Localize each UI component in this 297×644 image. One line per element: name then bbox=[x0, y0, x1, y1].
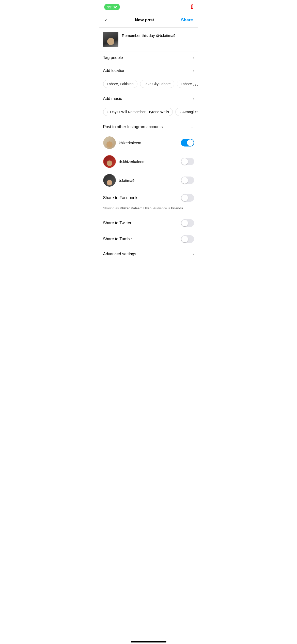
share-twitter-label: Share to Twitter bbox=[103, 221, 132, 225]
toggle-knob bbox=[181, 177, 188, 184]
music-note-icon: ♪ bbox=[179, 110, 181, 114]
status-time: 12:02 bbox=[104, 4, 120, 10]
avatar bbox=[103, 32, 118, 47]
toggle-bfatima9[interactable] bbox=[181, 177, 194, 184]
share-button[interactable]: Share bbox=[181, 18, 193, 23]
toggle-knob bbox=[181, 220, 188, 226]
share-twitter-row: Share to Twitter bbox=[99, 215, 198, 231]
post-preview: Remember this day @b.fatima9 bbox=[99, 28, 198, 51]
post-to-accounts-header[interactable]: Post to other Instagram accounts ⌄ bbox=[99, 120, 198, 133]
avatar-bfatima9 bbox=[103, 174, 116, 187]
share-facebook-section: Share to Facebook Sharing as Khizer Kale… bbox=[99, 190, 198, 215]
music-chip-label-2: Atrangi Ya... bbox=[182, 110, 198, 114]
toggle-khizerkaleem[interactable] bbox=[181, 139, 194, 147]
chevron-down-icon: ⌄ bbox=[191, 124, 194, 129]
add-location-label: Add location bbox=[103, 68, 126, 73]
music-section: Add music › ♪ Days I Will Remember · Tyr… bbox=[99, 92, 198, 120]
home-bar bbox=[131, 641, 166, 642]
advanced-settings-label: Advanced settings bbox=[103, 252, 136, 256]
chevron-right-icon: › bbox=[193, 55, 194, 60]
sharing-note: Sharing as Khizer Kaleem Ullah. Audience… bbox=[99, 206, 198, 215]
advanced-settings-row[interactable]: Advanced settings › bbox=[99, 247, 198, 261]
account-row-drkhizerkaleem: dr.khizerkaleem bbox=[99, 152, 198, 171]
chevron-right-icon: › bbox=[193, 68, 194, 73]
toggle-facebook[interactable] bbox=[181, 194, 194, 202]
chevron-right-icon: › bbox=[193, 252, 194, 256]
account-name-2: dr.khizerkaleem bbox=[119, 159, 146, 164]
toggle-knob bbox=[181, 158, 188, 165]
share-twitter-section: Share to Twitter bbox=[99, 215, 198, 231]
location-chip-2[interactable]: Lake City Lahore bbox=[140, 80, 175, 88]
avatar-drkhizerkaleem bbox=[103, 155, 116, 168]
share-tumblr-section: Share to Tumblr bbox=[99, 231, 198, 247]
account-name-1: khizerkaleem bbox=[119, 141, 141, 145]
toggle-knob bbox=[181, 236, 188, 242]
location-chips: Lahore, Pakistan Lake City Lahore Lahore… bbox=[99, 77, 198, 92]
back-button[interactable]: ‹ bbox=[104, 16, 108, 24]
status-bar: 12:02 bbox=[99, 0, 198, 13]
sharing-note-suffix: . bbox=[183, 206, 184, 210]
music-chip-1[interactable]: ♪ Days I Will Remember · Tyrone Wells bbox=[103, 108, 173, 116]
toggle-tumblr[interactable] bbox=[181, 235, 194, 243]
share-tumblr-label: Share to Tumblr bbox=[103, 237, 132, 241]
home-indicator bbox=[99, 639, 198, 644]
post-caption: Remember this day @b.fatima9 bbox=[122, 32, 176, 38]
toggle-knob bbox=[187, 139, 194, 146]
toggle-knob bbox=[181, 195, 188, 201]
sharing-note-prefix: Sharing as bbox=[103, 206, 120, 210]
tag-people-label: Tag people bbox=[103, 55, 123, 60]
avatar-khizerkaleem bbox=[103, 136, 116, 149]
share-facebook-row: Share to Facebook bbox=[99, 190, 198, 206]
account-name-3: b.fatima9 bbox=[119, 178, 135, 183]
share-tumblr-row: Share to Tumblr bbox=[99, 231, 198, 247]
account-row-bfatima9: b.fatima9 bbox=[99, 171, 198, 190]
nav-header: ‹ New post Share bbox=[99, 13, 198, 28]
account-info-2: dr.khizerkaleem bbox=[103, 155, 146, 168]
add-music-row[interactable]: Add music › bbox=[99, 92, 198, 105]
share-facebook-label: Share to Facebook bbox=[103, 196, 137, 200]
sharing-note-name: Khizer Kaleem Ullah bbox=[120, 206, 151, 210]
tag-people-row[interactable]: Tag people › bbox=[99, 51, 198, 64]
account-info-3: b.fatima9 bbox=[103, 174, 135, 187]
page-title: New post bbox=[135, 18, 154, 23]
sharing-note-audience: Friends bbox=[171, 206, 183, 210]
post-to-accounts-label: Post to other Instagram accounts bbox=[103, 125, 163, 129]
music-chip-2[interactable]: ♪ Atrangi Ya... bbox=[175, 108, 198, 116]
add-location-row[interactable]: Add location › bbox=[99, 64, 198, 77]
location-chip-3[interactable]: Lahore لاہور bbox=[177, 80, 198, 88]
toggle-drkhizerkaleem[interactable] bbox=[181, 158, 194, 165]
chevron-right-icon: › bbox=[193, 96, 194, 101]
add-music-label: Add music bbox=[103, 96, 122, 101]
accounts-section: Post to other Instagram accounts ⌄ khize… bbox=[99, 120, 198, 190]
account-info-1: khizerkaleem bbox=[103, 136, 141, 149]
account-row-khizerkaleem: khizerkaleem bbox=[99, 133, 198, 152]
battery-icon bbox=[191, 5, 193, 9]
location-chip-1[interactable]: Lahore, Pakistan bbox=[103, 80, 137, 88]
toggle-twitter[interactable] bbox=[181, 219, 194, 227]
music-chips: ♪ Days I Will Remember · Tyrone Wells ♪ … bbox=[99, 105, 198, 120]
music-chip-label-1: Days I Will Remember · Tyrone Wells bbox=[110, 110, 169, 114]
sharing-note-middle: . Audience is bbox=[151, 206, 171, 210]
music-note-icon: ♪ bbox=[107, 110, 109, 114]
